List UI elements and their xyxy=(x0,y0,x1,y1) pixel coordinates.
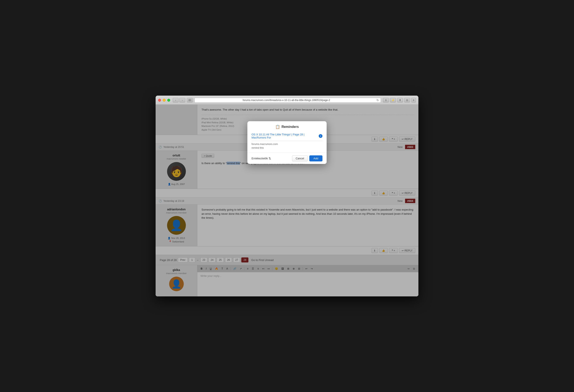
list-icon: ⇅ xyxy=(269,157,271,160)
list-selector[interactable]: Emlékeztetők ⇅ xyxy=(251,157,271,160)
address-bar[interactable]: forums.macrumors.com/threads/os-x-10-11-… xyxy=(194,98,381,103)
modal-buttons: Cancel Add xyxy=(292,155,323,161)
reminder-note: remind this xyxy=(251,147,323,149)
add-tab-button[interactable]: + xyxy=(411,98,416,102)
url-text: forums.macrumors.com/threads/os-x-10-11-… xyxy=(196,99,376,102)
forward-button[interactable]: › xyxy=(179,98,185,102)
reminders-modal: 📋 Reminders OS X 10.11 All The Little Th… xyxy=(247,121,327,164)
toolbar-right: ℹ ⚡ ⬆ ⊟ + xyxy=(383,98,416,102)
traffic-lights xyxy=(158,99,170,102)
tab-view-button[interactable] xyxy=(187,98,193,102)
info-icon[interactable]: i xyxy=(319,134,323,138)
reminder-url: forums.macrumors.com xyxy=(251,141,323,147)
add-button[interactable]: Add xyxy=(309,155,323,161)
title-bar: ‹ › forums.macrumors.com/threads/os-x-10… xyxy=(158,98,416,103)
lightning-button[interactable]: ⚡ xyxy=(390,98,396,102)
list-label: Emlékeztetők xyxy=(251,157,268,160)
close-button[interactable] xyxy=(158,99,161,102)
modal-overlay: 📋 Reminders OS X 10.11 All The Little Th… xyxy=(156,105,418,297)
reload-button[interactable]: ↻ xyxy=(376,98,379,102)
tab-manager-button[interactable]: ⊟ xyxy=(404,98,410,102)
modal-footer: Emlékeztetők ⇅ Cancel Add xyxy=(247,153,327,164)
cancel-button[interactable]: Cancel xyxy=(292,155,308,161)
svg-rect-1 xyxy=(190,99,191,100)
reminder-title-row: OS X 10.11 All The Little Things! | Page… xyxy=(251,133,323,141)
svg-rect-0 xyxy=(188,99,190,100)
reminder-title-text: OS X 10.11 All The Little Things! | Page… xyxy=(251,133,317,139)
maximize-button[interactable] xyxy=(167,99,170,102)
modal-header: 📋 Reminders xyxy=(247,121,327,131)
nav-buttons: ‹ › xyxy=(173,98,185,102)
modal-title: Reminders xyxy=(282,125,299,129)
browser-content: That's awesome. The other day I had a to… xyxy=(156,105,418,297)
share-button[interactable]: ⬆ xyxy=(397,98,403,102)
info-button[interactable]: ℹ xyxy=(383,98,389,102)
svg-rect-2 xyxy=(188,100,190,101)
svg-rect-3 xyxy=(190,100,191,101)
back-button[interactable]: ‹ xyxy=(173,98,179,102)
browser-chrome: ‹ › forums.macrumors.com/threads/os-x-10… xyxy=(156,96,418,105)
reminders-icon: 📋 xyxy=(275,125,280,129)
minimize-button[interactable] xyxy=(163,99,166,102)
browser-window: ‹ › forums.macrumors.com/threads/os-x-10… xyxy=(156,96,418,297)
modal-body: OS X 10.11 All The Little Things! | Page… xyxy=(247,131,327,153)
